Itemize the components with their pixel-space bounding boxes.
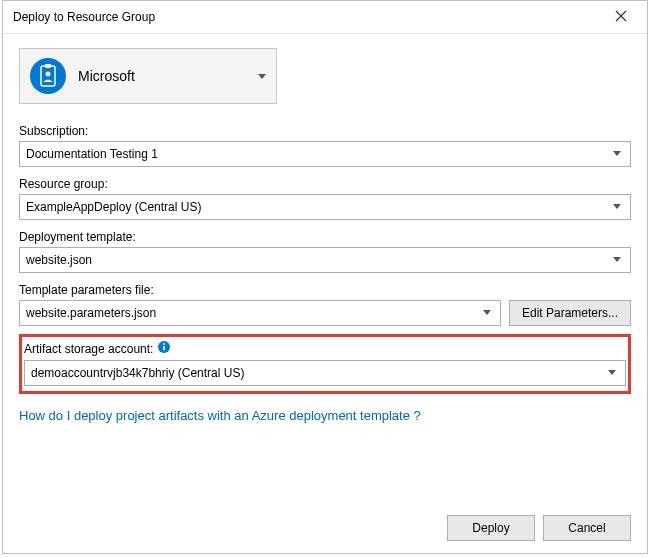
account-selector[interactable]: Microsoft <box>19 48 277 104</box>
close-icon <box>615 10 627 25</box>
dialog-footer: Deploy Cancel <box>3 503 647 553</box>
chevron-down-icon <box>608 257 626 263</box>
subscription-value: Documentation Testing 1 <box>26 147 608 161</box>
artifact-storage-label-text: Artifact storage account: <box>24 342 153 356</box>
artifact-storage-label: Artifact storage account: <box>24 340 626 357</box>
artifact-storage-combo[interactable]: demoaccountrvjb34k7bhriy (Central US) <box>24 360 626 386</box>
artifact-storage-value: demoaccountrvjb34k7bhriy (Central US) <box>31 366 603 380</box>
deploy-button[interactable]: Deploy <box>447 515 535 541</box>
resource-group-combo[interactable]: ExampleAppDeploy (Central US) <box>19 194 631 220</box>
chevron-down-icon <box>478 310 496 316</box>
dialog-window: Deploy to Resource Group Microsoft Subs <box>2 0 648 554</box>
edit-parameters-button[interactable]: Edit Parameters... <box>509 300 631 326</box>
template-params-value: website.parameters.json <box>26 306 478 320</box>
resource-group-value: ExampleAppDeploy (Central US) <box>26 200 608 214</box>
badge-icon <box>30 58 66 94</box>
deployment-template-label: Deployment template: <box>19 230 631 244</box>
svg-point-2 <box>46 72 51 77</box>
chevron-down-icon <box>608 204 626 210</box>
close-button[interactable] <box>601 3 641 31</box>
artifact-highlight: Artifact storage account: demoaccountrvj… <box>19 334 631 394</box>
svg-rect-1 <box>45 64 51 68</box>
subscription-label: Subscription: <box>19 124 631 138</box>
cancel-button[interactable]: Cancel <box>543 515 631 541</box>
deployment-template-combo[interactable]: website.json <box>19 247 631 273</box>
window-title: Deploy to Resource Group <box>13 10 155 24</box>
template-params-combo[interactable]: website.parameters.json <box>19 300 501 326</box>
subscription-combo[interactable]: Documentation Testing 1 <box>19 141 631 167</box>
template-params-label: Template parameters file: <box>19 283 631 297</box>
resource-group-label: Resource group: <box>19 177 631 191</box>
content-area: Microsoft Subscription: Documentation Te… <box>3 34 647 503</box>
chevron-down-icon <box>258 69 266 83</box>
info-icon[interactable] <box>157 340 171 357</box>
chevron-down-icon <box>608 151 626 157</box>
deployment-template-value: website.json <box>26 253 608 267</box>
account-name: Microsoft <box>78 68 258 84</box>
svg-point-5 <box>163 343 165 345</box>
help-link[interactable]: How do I deploy project artifacts with a… <box>19 408 421 423</box>
chevron-down-icon <box>603 370 621 376</box>
titlebar: Deploy to Resource Group <box>3 1 647 34</box>
svg-rect-4 <box>164 346 166 350</box>
